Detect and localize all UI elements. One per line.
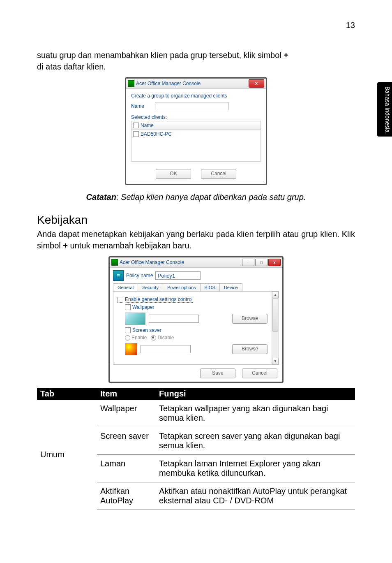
policy-items-table: Tab Item Fungsi Umum Wallpaper Tetapkan …	[37, 388, 355, 510]
func-cell: Tetapkan laman Internet Explorer yang ak…	[156, 455, 355, 482]
tab-general[interactable]: General	[113, 283, 138, 291]
create-group-dialog: Acer Office Manager Console x Create a g…	[125, 77, 267, 185]
kebijakan-heading: Kebijakan	[37, 213, 355, 227]
browse-screensaver-button[interactable]: Browse	[232, 344, 267, 354]
scroll-thumb[interactable]	[272, 298, 278, 332]
note-rest: : Setiap klien hanya dapat diberikan pad…	[116, 192, 306, 202]
table-row: Umum Wallpaper Tetapkan wallpaper yang a…	[37, 400, 355, 427]
wallpaper-label: Wallpaper	[132, 304, 154, 310]
cancel-button[interactable]: Cancel	[242, 368, 277, 378]
intro-text-b: di atas daftar klien.	[37, 62, 106, 71]
col-item: Item	[97, 388, 156, 400]
tab-security[interactable]: Security	[138, 283, 163, 291]
save-button[interactable]: Save	[200, 368, 235, 378]
wallpaper-checkbox[interactable]	[125, 304, 131, 310]
table-row[interactable]: BAD50HC-PC	[131, 130, 261, 139]
enable-general-label: Enable general settings control	[125, 297, 193, 303]
screensaver-label: Screen saver	[132, 327, 161, 333]
column-name-header: Name	[141, 123, 154, 128]
kebijakan-text-b: untuk menambah kebijakan baru.	[68, 241, 191, 250]
client-checkbox[interactable]	[133, 131, 139, 137]
item-cell: Wallpaper	[97, 400, 156, 427]
app-icon	[128, 80, 134, 87]
app-icon	[111, 259, 118, 266]
tab-device[interactable]: Device	[219, 283, 242, 291]
ok-button[interactable]: OK	[156, 169, 191, 179]
plus-symbol-2: +	[63, 241, 68, 250]
scroll-down-button[interactable]: ▼	[272, 358, 279, 364]
client-name: BAD50HC-PC	[141, 131, 172, 137]
group-name-input[interactable]	[155, 102, 228, 110]
dialog-title: Acer Office Manager Console	[136, 81, 201, 86]
col-tab: Tab	[37, 388, 97, 400]
policy-icon: ≣	[113, 270, 124, 281]
dialog-titlebar[interactable]: Acer Office Manager Console – □ x	[110, 257, 282, 268]
wallpaper-thumbnail	[125, 313, 145, 325]
enable-radio[interactable]	[125, 335, 130, 341]
policy-name-label: Policy name	[126, 273, 153, 278]
intro-paragraph: suatu grup dan menambahkan klien pada gr…	[37, 49, 355, 72]
cancel-button[interactable]: Cancel	[201, 169, 236, 179]
tab-name-cell: Umum	[37, 400, 97, 510]
item-cell: Aktifkan AutoPlay	[97, 482, 156, 510]
disable-radio[interactable]	[151, 335, 156, 341]
clients-table: Name BAD50HC-PC	[131, 121, 261, 162]
close-button[interactable]: x	[268, 259, 281, 266]
language-side-tab: Bahasa Indonesia	[377, 82, 392, 137]
tab-bios[interactable]: BIOS	[200, 283, 220, 291]
item-cell: Screen saver	[97, 427, 156, 455]
scrollbar[interactable]: ▲ ▼	[272, 292, 279, 364]
screensaver-path-input[interactable]	[141, 345, 191, 353]
scroll-up-button[interactable]: ▲	[272, 292, 279, 298]
dialog-heading: Create a group to organize managed clien…	[131, 93, 261, 99]
enable-radio-label: Enable	[131, 335, 147, 341]
plus-symbol: +	[284, 51, 288, 60]
kebijakan-paragraph: Anda dapat menetapkan kebijakan yang ber…	[37, 228, 355, 251]
col-fungsi: Fungsi	[156, 388, 355, 400]
table-empty-space	[131, 138, 261, 162]
close-button[interactable]: x	[249, 79, 264, 88]
name-label: Name	[131, 103, 152, 109]
item-cell: Laman	[97, 455, 156, 482]
minimize-button[interactable]: –	[242, 259, 254, 266]
policy-editor-dialog: Acer Office Manager Console – □ x ≣ Poli…	[108, 256, 284, 383]
dialog-title: Acer Office Manager Console	[120, 259, 184, 265]
maximize-button[interactable]: □	[255, 259, 267, 266]
note-prefix: Catatan	[86, 192, 116, 202]
func-cell: Tetapkan screen saver yang akan digunaka…	[156, 427, 355, 455]
note-line: Catatan: Setiap klien hanya dapat diberi…	[37, 192, 355, 202]
select-all-checkbox[interactable]	[133, 123, 139, 128]
policy-name-input[interactable]	[155, 271, 201, 280]
page-number: 13	[346, 21, 355, 30]
intro-text-a: suatu grup dan menambahkan klien pada gr…	[37, 51, 284, 60]
disable-radio-label: Disable	[157, 335, 174, 341]
browse-wallpaper-button[interactable]: Browse	[232, 314, 267, 324]
screensaver-thumbnail	[125, 343, 137, 355]
dialog-titlebar[interactable]: Acer Office Manager Console x	[126, 79, 266, 89]
wallpaper-path-input[interactable]	[149, 315, 199, 323]
func-cell: Tetapkan wallpaper yang akan digunakan b…	[156, 400, 355, 427]
func-cell: Aktifkan atau nonaktifkan AutoPlay untuk…	[156, 482, 355, 510]
tab-power-options[interactable]: Power options	[163, 283, 201, 291]
enable-general-checkbox[interactable]	[118, 297, 123, 303]
screensaver-checkbox[interactable]	[125, 327, 131, 333]
selected-clients-label: Selected clients:	[131, 114, 261, 120]
